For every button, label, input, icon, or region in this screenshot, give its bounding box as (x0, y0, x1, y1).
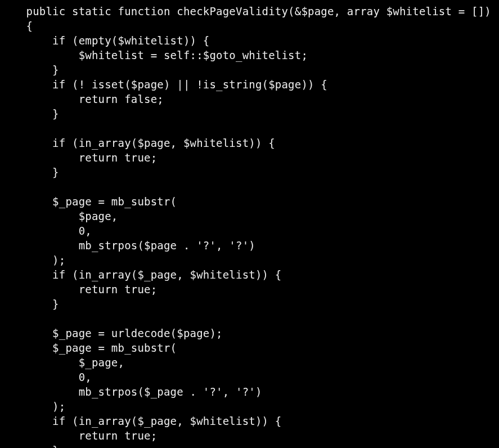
code-block: public static function checkPageValidity… (0, 0, 499, 448)
code-content: public static function checkPageValidity… (0, 5, 491, 448)
